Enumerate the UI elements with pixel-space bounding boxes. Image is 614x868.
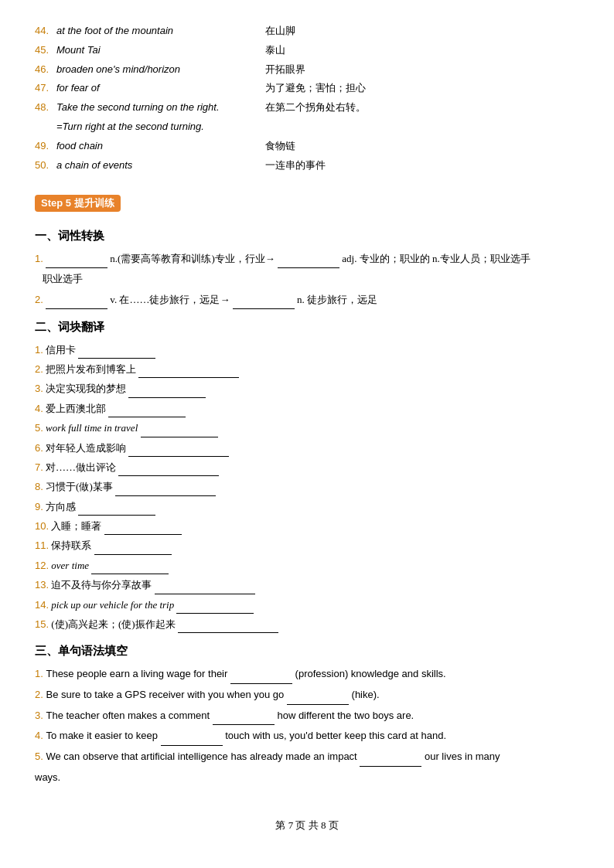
vocab-en-44: at the foot of the mountain (56, 23, 265, 39)
vocab-en-47: for fear of (56, 80, 265, 97)
num-g1: 1. (35, 668, 46, 679)
exercise-item-s2-11: 11. 保持联系 (35, 536, 579, 554)
vocab-item-47: 47. for fear of 为了避免；害怕；担心 (35, 80, 579, 97)
grammar-item-1: 1. These people earn a living wage for t… (35, 665, 579, 684)
text-g1-before: These people earn a living wage for thei… (46, 668, 230, 679)
blank-g4 (161, 734, 223, 746)
blank-s2-11 (94, 543, 172, 555)
blank-s2-9 (78, 503, 155, 516)
grammar-item-5-cont: ways. (35, 768, 579, 788)
text-s1-1c: 职业选手 (43, 273, 83, 284)
num-s2-6: 6. (35, 442, 43, 454)
vocab-item-50: 50. a chain of events 一连串的事件 (35, 158, 579, 174)
text-g5-after: our lives in many (425, 751, 500, 762)
num-s2-4: 4. (35, 403, 43, 414)
num-s2-1: 1. (35, 344, 43, 356)
blank-s2-7 (118, 464, 219, 476)
num-s1-2: 2. (35, 294, 43, 305)
blank-s2-1 (78, 346, 155, 359)
blank-s1-2-post (233, 297, 295, 309)
vocab-item-48: 48. Take the second turning on the right… (35, 100, 579, 116)
text-s2-12: over time (51, 560, 91, 571)
exercise-item-s2-6: 6. 对年轻人造成影响 (35, 439, 579, 457)
text-s2-11: 保持联系 (51, 540, 94, 551)
text-s1-2b: n. 徒步旅行，远足 (297, 294, 377, 305)
blank-g5 (360, 754, 421, 767)
vocab-item-44: 44. at the foot of the mountain 在山脚 (35, 23, 579, 39)
blank-s2-14 (176, 601, 254, 614)
text-s2-10: 入睡；睡著 (51, 520, 104, 532)
blank-g3 (213, 713, 275, 725)
num-g5: 5. (35, 751, 46, 762)
exercise-item-s2-8: 8. 习惯于(做)某事 (35, 478, 579, 495)
blank-s2-6 (128, 444, 229, 457)
vocab-item-45: 45. Mount Tai 泰山 (35, 43, 579, 59)
text-s2-13: 迫不及待与你分享故事 (51, 579, 154, 591)
text-s1-2: v. 在……徒步旅行，远足→ (110, 294, 230, 305)
vocab-zh-46: 开拓眼界 (265, 62, 305, 78)
blank-s2-15 (178, 621, 278, 633)
text-g1-after: (profession) knowledge and skills. (295, 668, 446, 679)
vocab-num-44: 44. (35, 23, 56, 39)
step-banner: Step 5 提升训练 (35, 195, 121, 212)
num-s2-13: 13. (35, 579, 49, 591)
blank-g1 (230, 672, 292, 684)
section1-title: 一、词性转换 (35, 229, 579, 243)
vocab-item-49: 49. food chain 食物链 (35, 138, 579, 155)
exercise-item-s2-7: 7. 对……做出评论 (35, 458, 579, 476)
text-g4-before: To make it easier to keep (46, 730, 160, 741)
num-s2-9: 9. (35, 501, 43, 512)
page-footer: 第 7 页 共 8 页 (35, 819, 579, 832)
text-s2-3: 决定实现我的梦想 (46, 383, 128, 394)
text-s2-8: 习惯于(做)某事 (46, 481, 115, 492)
num-s2-5: 5. (35, 422, 43, 434)
text-g3-before: The teacher often makes a comment (46, 710, 212, 721)
vocab-en-46: broaden one's mind/horizon (56, 62, 265, 78)
blank-s2-8 (115, 484, 216, 496)
num-s2-11: 11. (35, 540, 49, 551)
exercise-item-s2-10: 10. 入睡；睡著 (35, 517, 579, 535)
blank-s2-2 (138, 366, 239, 378)
text-g5-before: We can observe that artificial intellige… (46, 751, 360, 762)
blank-s1-2-pre (46, 297, 107, 309)
text-s2-7: 对……做出评论 (46, 461, 118, 473)
num-s2-15: 15. (35, 618, 49, 630)
section2-title: 二、词块翻译 (35, 320, 579, 335)
vocab-list: 44. at the foot of the mountain 在山脚 45. … (35, 23, 579, 173)
blank-s2-13 (155, 582, 255, 594)
exercise-item-s2-12: 12. over time (35, 557, 579, 574)
text-s2-9: 方向感 (46, 501, 78, 512)
num-g2: 2. (35, 689, 46, 700)
num-s2-7: 7. (35, 461, 43, 473)
text-s2-2: 把照片发布到博客上 (46, 363, 138, 375)
vocab-item-48-sub: =Turn right at the second turning. (56, 119, 579, 135)
exercise-item-s2-15: 15. (使)高兴起来；(使)振作起来 (35, 615, 579, 633)
vocab-num-47: 47. (35, 80, 56, 97)
vocab-zh-45: 泰山 (265, 43, 285, 59)
exercise-item-s1-1: 1. n.(需要高等教育和训练)专业，行业→ adj. 专业的；职业的 n.专业… (35, 250, 579, 267)
text-g3-after: how different the two boys are. (277, 710, 414, 721)
text-s2-6: 对年轻人造成影响 (46, 442, 128, 454)
blank-s1-1-post (278, 256, 339, 268)
exercise-item-s2-9: 9. 方向感 (35, 498, 579, 516)
exercise-item-s1-2: 2. v. 在……徒步旅行，远足→ n. 徒步旅行，远足 (35, 291, 579, 308)
vocab-num-50: 50. (35, 158, 56, 174)
text-g5-cont: ways. (35, 771, 60, 783)
blank-g2 (287, 693, 349, 705)
vocab-item-46: 46. broaden one's mind/horizon 开拓眼界 (35, 62, 579, 78)
section-grammar: 三、单句语法填空 1. These people earn a living w… (35, 644, 579, 787)
vocab-zh-47: 为了避免；害怕；担心 (265, 80, 366, 97)
blank-s1-1-pre (46, 256, 107, 268)
exercise-item-s2-14: 14. pick up our vehicle for the trip (35, 596, 579, 614)
exercise-item-s2-13: 13. 迫不及待与你分享故事 (35, 576, 579, 594)
vocab-zh-49: 食物链 (265, 138, 295, 155)
section3-title: 三、单句语法填空 (35, 644, 579, 659)
vocab-en-50: a chain of events (56, 158, 265, 174)
text-g2-before: Be sure to take a GPS receiver with you … (46, 689, 286, 700)
exercise-item-s2-2: 2. 把照片发布到博客上 (35, 360, 579, 378)
exercise-item-s2-5: 5. work full time in travel (35, 419, 579, 437)
vocab-zh-48: 在第二个拐角处右转。 (265, 100, 366, 116)
section-word-form: 一、词性转换 1. n.(需要高等教育和训练)专业，行业→ adj. 专业的；职… (35, 229, 579, 308)
text-s2-5: work full time in travel (46, 422, 140, 434)
num-g3: 3. (35, 710, 46, 721)
